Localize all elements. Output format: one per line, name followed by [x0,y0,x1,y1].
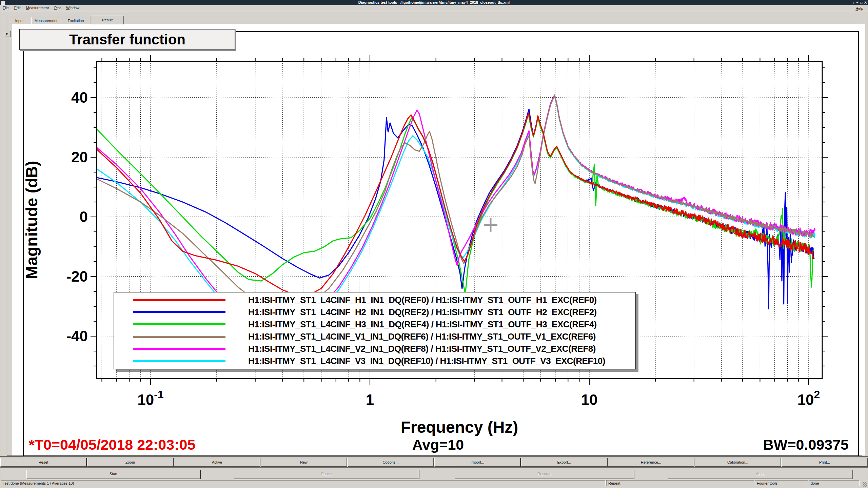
svg-text:40: 40 [71,89,88,106]
svg-text:-40: -40 [66,328,88,344]
svg-text:10: 10 [581,391,598,408]
status-cell: Repeat [606,480,754,486]
legend-item: H1:ISI-ITMY_ST1_L4CINF_V3_IN1_DQ(REF10) … [114,355,635,367]
toolbar-button-calibration[interactable]: Calibration... [695,458,781,467]
status-cell: Test done (Measurements 1 / Averages 10) [1,480,606,486]
legend-item: H1:ISI-ITMY_ST1_L4CINF_H1_IN1_DQ(REF0) /… [114,294,635,306]
legend-label: H1:ISI-ITMY_ST1_L4CINF_V3_IN1_DQ(REF10) … [248,356,605,366]
separator [0,456,868,457]
legend-label: H1:ISI-ITMY_ST1_L4CINF_H3_IN1_DQ(REF4) /… [248,319,597,330]
series-curve [96,114,814,294]
y-axis-title: Magnitude (dB) [23,161,41,279]
series-curve [96,96,814,309]
svg-text:102: 102 [797,388,820,408]
transfer-function-chart[interactable]: 40200-20-4010-1110102Frequency (Hz)Magni… [0,0,868,456]
toolbar-button-import[interactable]: Import... [434,458,520,467]
toolbar-button-export[interactable]: Export... [521,458,607,467]
x-axis-title: Frequency (Hz) [401,418,518,436]
legend-label: H1:ISI-ITMY_ST1_L4CINF_V1_IN1_DQ(REF6) /… [248,331,596,342]
toolbar-button-zoom[interactable]: Zoom [87,458,173,467]
svg-text:10-1: 10-1 [137,388,163,408]
tab-result[interactable]: Result [91,16,124,24]
chart-legend: H1:ISI-ITMY_ST1_L4CINF_H1_IN1_DQ(REF0) /… [114,292,636,369]
legend-swatch [133,311,225,313]
legend-item: H1:ISI-ITMY_ST1_L4CINF_H2_IN1_DQ(REF2) /… [114,306,635,318]
start-button[interactable]: Start [26,470,200,479]
svg-text:-20: -20 [66,268,88,285]
pause-button[interactable]: Pause [234,470,419,479]
toolbar-button-new[interactable]: New [261,458,347,467]
series-curve [96,95,815,321]
legend-label: H1:ISI-ITMY_ST1_L4CINF_H1_IN1_DQ(REF0) /… [248,295,597,305]
legend-swatch [133,323,225,325]
separator [0,467,868,468]
averages-label: Avg=10 [387,436,489,453]
curves [96,95,815,324]
legend-swatch [133,299,225,301]
toolbar-button-print[interactable]: Print... [782,458,868,467]
resize-grip[interactable] [863,482,867,487]
legend-swatch [133,336,225,338]
resume-button[interactable]: Resume [455,470,634,479]
status-cell: done [809,480,860,486]
legend-label: H1:ISI-ITMY_ST1_L4CINF_H2_IN1_DQ(REF2) /… [248,307,597,318]
legend-item: H1:ISI-ITMY_ST1_L4CINF_V1_IN1_DQ(REF6) /… [114,331,635,343]
diagnostics-test-tools-window: Diagnostics test tools - /ligo/home/jim.… [0,0,868,488]
series-curve [96,113,813,296]
svg-text:20: 20 [71,149,88,165]
legend-item: H1:ISI-ITMY_ST1_L4CINF_V2_IN1_DQ(REF8) /… [114,343,635,355]
toolbar-button-reference[interactable]: Reference... [608,458,694,467]
legend-label: H1:ISI-ITMY_ST1_L4CINF_V2_IN1_DQ(REF8) /… [248,344,596,354]
status-bar: Test done (Measurements 1 / Averages 10)… [0,479,868,488]
bandwidth-label: BW=0.09375 [763,436,849,453]
legend-swatch [133,348,225,350]
abort-button[interactable]: Abort [668,470,853,479]
t0-timestamp: *T0=04/05/2018 22:03:05 [29,436,195,453]
cursor-crosshair-icon [484,218,497,232]
toolbar-button-reset[interactable]: Reset [0,458,86,467]
status-cell: Fourier tools [755,480,808,486]
toolbar-button-options[interactable]: Options... [348,458,434,467]
legend-item: H1:ISI-ITMY_ST1_L4CINF_H3_IN1_DQ(REF4) /… [114,319,635,330]
svg-text:0: 0 [80,208,88,225]
toolbar-button-active[interactable]: Active [174,458,260,467]
bottom-toolbar: ResetZoomActiveNewOptions...Import...Exp… [0,458,868,467]
svg-text:1: 1 [366,391,374,408]
legend-swatch [133,360,225,362]
